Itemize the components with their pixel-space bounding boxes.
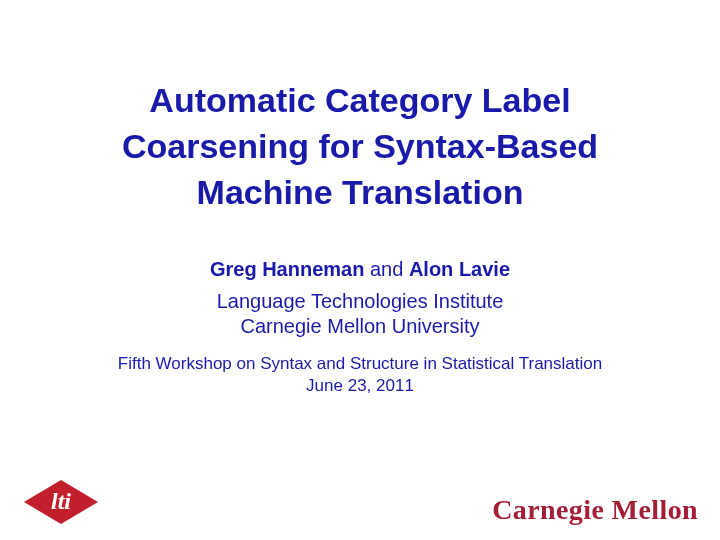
institution: Language Technologies Institute Carnegie… bbox=[217, 289, 504, 339]
institution-line-2: Carnegie Mellon University bbox=[217, 314, 504, 339]
footer: lti Carnegie Mellon bbox=[0, 478, 720, 526]
conference-name: Fifth Workshop on Syntax and Structure i… bbox=[118, 353, 602, 375]
title-line-3: Machine Translation bbox=[122, 170, 598, 216]
title-line-1: Automatic Category Label bbox=[122, 78, 598, 124]
title-block: Automatic Category Label Coarsening for … bbox=[122, 78, 598, 216]
conference-date: June 23, 2011 bbox=[118, 375, 602, 397]
authors-connector: and bbox=[364, 258, 408, 280]
lti-logo-icon: lti bbox=[22, 478, 100, 526]
conference: Fifth Workshop on Syntax and Structure i… bbox=[118, 353, 602, 397]
authors: Greg Hanneman and Alon Lavie bbox=[210, 258, 510, 281]
institution-line-1: Language Technologies Institute bbox=[217, 289, 504, 314]
cmu-wordmark: Carnegie Mellon bbox=[492, 494, 698, 526]
slide-title: Automatic Category Label Coarsening for … bbox=[0, 0, 720, 540]
author-1: Greg Hanneman bbox=[210, 258, 364, 280]
lti-logo-text: lti bbox=[51, 488, 71, 514]
author-2: Alon Lavie bbox=[409, 258, 510, 280]
title-line-2: Coarsening for Syntax-Based bbox=[122, 124, 598, 170]
